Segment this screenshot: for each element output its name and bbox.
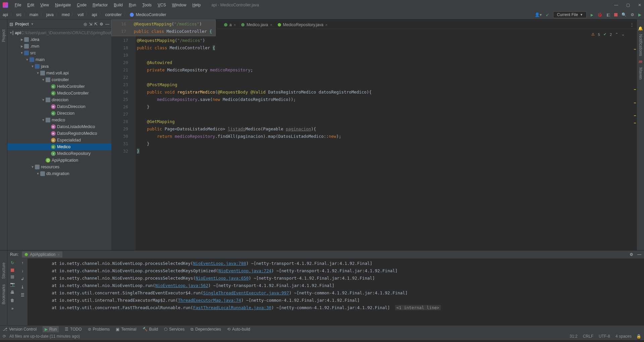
editor-tab[interactable]: Medico.java× <box>238 21 275 28</box>
bell-icon[interactable]: 🔔 <box>638 26 643 31</box>
scroll-icon[interactable]: ⤓ <box>21 285 24 289</box>
expand-arrow-icon[interactable] <box>46 92 51 95</box>
tree-node[interactable]: ▼src <box>7 50 111 56</box>
tree-node[interactable]: ▶.idea <box>7 36 111 43</box>
expand-arrow-icon[interactable] <box>46 132 51 135</box>
minimize-icon[interactable]: — <box>614 3 618 7</box>
menu-vcs[interactable]: VCS <box>155 1 169 9</box>
tree-root[interactable]: ▼api C:\Users\juan_\Documents\ORACLE\Spr… <box>7 30 111 36</box>
user-icon[interactable]: 👤▾ <box>535 12 542 17</box>
expand-arrow-icon[interactable]: ▼ <box>36 172 40 175</box>
editor-tab[interactable]: MedicoRepository.java× <box>275 21 330 28</box>
close-tab-icon[interactable]: × <box>234 23 236 27</box>
gear-icon[interactable]: ⚙ <box>100 22 103 26</box>
tree-node[interactable]: ⬡ApiApplication <box>7 157 111 164</box>
up-icon[interactable]: ↑ <box>21 261 23 265</box>
maven-tab[interactable]: Maven <box>638 64 644 83</box>
expand-arrow-icon[interactable]: ▼ <box>41 78 46 81</box>
marker-bar[interactable] <box>633 29 637 250</box>
gear-icon[interactable]: ⚙ <box>630 252 633 257</box>
gutter[interactable]: 1617181920212223242526272829303132 <box>111 29 131 250</box>
coverage-icon[interactable]: ◧ <box>606 12 610 17</box>
breadcrumb-item[interactable]: med <box>62 12 69 17</box>
sync-icon[interactable]: ⟳ <box>3 334 6 339</box>
tool-terminal[interactable]: ▣Terminal <box>116 327 136 332</box>
breadcrumb-item[interactable]: MedicoController <box>136 12 166 17</box>
tree-node[interactable]: ▼java <box>7 63 111 70</box>
breadcrumb-item[interactable]: api <box>92 12 97 17</box>
tree-node[interactable]: ▼resources <box>7 164 111 170</box>
stop-icon[interactable] <box>614 13 618 16</box>
breadcrumb-item[interactable]: java <box>46 12 54 17</box>
run-icon[interactable] <box>591 12 593 17</box>
menu-code[interactable]: Code <box>74 1 89 9</box>
code-editor[interactable]: @RequestMapping("/medicos") public class… <box>136 29 633 250</box>
update-icon[interactable]: ↙ <box>546 12 549 17</box>
tool-version-control[interactable]: ⎇Version Control <box>3 327 37 332</box>
expand-icon[interactable]: ⇲ <box>89 22 92 26</box>
tree-node[interactable]: ▼med.voll.api <box>7 70 111 76</box>
status-cell[interactable]: UTF-8 <box>599 334 610 339</box>
tree-node[interactable]: RDatosDireccion <box>7 103 111 110</box>
tree-node[interactable]: ▼controller <box>7 76 111 83</box>
expand-arrow-icon[interactable] <box>46 145 51 149</box>
expand-arrow-icon[interactable] <box>46 138 51 142</box>
status-cell[interactable]: 4 spaces <box>615 334 632 339</box>
structure-tab[interactable]: Structure <box>1 261 7 281</box>
expand-arrow-icon[interactable]: ▼ <box>41 98 46 102</box>
menu-build[interactable]: Build <box>111 1 125 9</box>
run-config-selector[interactable]: Current File ▼ <box>553 11 587 18</box>
stack-link[interactable]: SingleThreadEventExecutor.java:997 <box>203 290 289 295</box>
menu-window[interactable]: Window <box>169 1 189 9</box>
menu-refactor[interactable]: Refactor <box>90 1 110 9</box>
soft-wrap-icon[interactable]: ↲ <box>21 277 24 281</box>
bookmarks-tab[interactable]: Bookmarks <box>1 282 7 306</box>
chevron-down-icon[interactable]: ▼ <box>31 22 34 26</box>
project-tool-tab[interactable]: Project <box>1 26 7 45</box>
expand-arrow-icon[interactable]: ▼ <box>41 118 46 122</box>
lock-icon[interactable]: 🔒 <box>636 334 641 339</box>
maximize-icon[interactable]: ▢ <box>626 3 630 7</box>
close-tab-icon[interactable]: × <box>270 23 272 27</box>
menu-navigate[interactable]: Navigate <box>52 1 73 9</box>
rerun-icon[interactable]: ↻ <box>11 261 14 265</box>
expand-arrow-icon[interactable] <box>46 105 51 108</box>
more-icon[interactable]: » <box>11 306 14 311</box>
tree-node[interactable]: ▼db.migration <box>7 170 111 177</box>
down-icon[interactable]: ⌄ <box>622 32 625 37</box>
print-icon[interactable]: 🖶 <box>10 290 14 295</box>
search-icon[interactable]: 🔍 <box>622 12 627 17</box>
expand-arrow-icon[interactable] <box>46 125 51 128</box>
stack-link[interactable]: FastThreadLocalRunnable.java:30 <box>193 305 271 310</box>
stack-link[interactable]: ThreadExecutorMap.java:74 <box>178 298 241 303</box>
expand-arrow-icon[interactable]: ▼ <box>36 71 40 75</box>
debug-icon[interactable]: 🐞 <box>597 12 602 17</box>
tree-node[interactable]: CMedicoController <box>7 90 111 97</box>
expand-arrow-icon[interactable] <box>46 152 51 155</box>
menu-help[interactable]: Help <box>190 1 203 9</box>
breadcrumb-item[interactable]: controller <box>105 12 121 17</box>
close-icon[interactable]: ✕ <box>638 3 641 7</box>
tree-node[interactable]: CHelloController <box>7 83 111 90</box>
tree-node[interactable]: RDatosListadoMedico <box>7 123 111 130</box>
run-tab[interactable]: ⬢ ApiApplication × <box>22 251 62 258</box>
tree-node[interactable]: CDireccion <box>7 110 111 117</box>
collapse-icon[interactable]: ⇱ <box>94 22 98 26</box>
expand-arrow-icon[interactable] <box>46 85 51 88</box>
close-tab-icon[interactable]: × <box>57 252 59 256</box>
notifications-tab[interactable]: Notifications <box>638 31 644 59</box>
menu-file[interactable]: File <box>12 1 24 9</box>
expand-arrow-icon[interactable]: ▶ <box>19 38 24 41</box>
expand-arrow-icon[interactable] <box>41 159 46 162</box>
stack-link[interactable]: NioEventLoop.java:562 <box>155 283 208 288</box>
status-cell[interactable]: 31:2 <box>570 334 577 339</box>
tool-run[interactable]: ▶Run <box>43 326 59 332</box>
tool-build[interactable]: 🔨Build <box>143 327 158 332</box>
tree-node[interactable]: ▼direccion <box>7 97 111 103</box>
tree-node[interactable]: IMedicoRepository <box>7 150 111 157</box>
play-gradient-icon[interactable]: ▶ <box>638 12 641 17</box>
stack-link[interactable]: NioEventLoop.java:724 <box>218 268 271 273</box>
menu-tools[interactable]: Tools <box>140 1 154 9</box>
tree-node[interactable]: ▶.mvn <box>7 43 111 50</box>
tool-dependencies[interactable]: ⧉Dependencies <box>191 327 221 332</box>
